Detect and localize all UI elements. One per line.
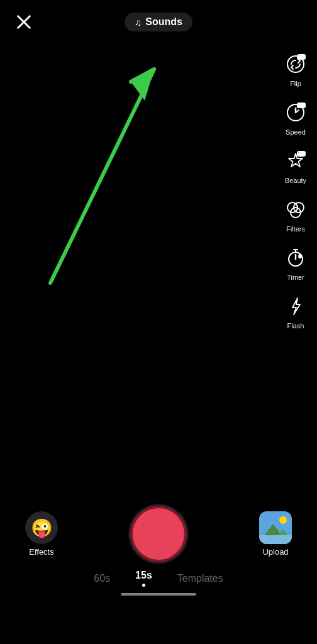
bottom-area: 😜 Effects (0, 499, 317, 644)
tab-templates-label: Templates (177, 573, 223, 584)
close-button[interactable] (13, 11, 35, 33)
speed-label: Speed (286, 128, 306, 136)
sounds-label: Sounds (145, 16, 182, 28)
flash-label: Flash (287, 322, 304, 330)
svg-line-0 (50, 69, 154, 283)
tab-templates[interactable]: Templates (177, 573, 223, 584)
speed-icon: OFF (282, 99, 309, 126)
effects-icon: 😜 (25, 511, 58, 544)
duration-tabs: 60s 15s Templates (0, 570, 317, 587)
filters-label: Filters (286, 225, 305, 233)
camera-controls-row: 😜 Effects (0, 506, 317, 562)
svg-text:OFF: OFF (298, 152, 304, 156)
music-icon: ♫ (135, 17, 142, 28)
svg-text:3: 3 (299, 254, 301, 258)
filters-icon (282, 196, 309, 223)
beauty-icon: OFF (282, 147, 309, 175)
tab-15s[interactable]: 15s (135, 570, 152, 587)
right-controls: OFF Flip OFF Speed OFF Beauty (282, 50, 309, 330)
beauty-label: Beauty (285, 177, 306, 184)
record-button[interactable] (130, 506, 187, 562)
svg-rect-24 (259, 511, 292, 544)
upload-button[interactable]: Upload (259, 511, 292, 557)
svg-text:OFF: OFF (298, 104, 304, 108)
tab-60s-label: 60s (94, 573, 110, 584)
tab-60s[interactable]: 60s (94, 573, 110, 584)
effects-button[interactable]: 😜 Effects (25, 511, 58, 557)
flip-control[interactable]: OFF Flip (282, 50, 309, 87)
flash-control[interactable]: Flash (282, 292, 309, 330)
home-indicator (121, 593, 196, 596)
tab-15s-label: 15s (135, 570, 152, 581)
effects-label: Effects (29, 547, 54, 557)
arrow-annotation (38, 38, 182, 302)
timer-icon: 3 (282, 244, 309, 272)
svg-text:OFF: OFF (298, 55, 304, 59)
flash-icon (282, 292, 309, 320)
top-bar: ♫ Sounds (0, 0, 317, 44)
upload-icon (259, 511, 292, 544)
speed-control[interactable]: OFF Speed (282, 99, 309, 136)
sounds-button[interactable]: ♫ Sounds (125, 13, 192, 31)
timer-control[interactable]: 3 Timer (282, 244, 309, 281)
active-tab-dot (142, 584, 145, 587)
flip-icon: OFF (282, 50, 309, 78)
record-inner (135, 511, 182, 557)
filters-control[interactable]: Filters (282, 196, 309, 233)
beauty-control[interactable]: OFF Beauty (282, 147, 309, 184)
upload-label: Upload (262, 547, 288, 557)
timer-label: Timer (287, 274, 304, 281)
flip-label: Flip (290, 80, 301, 87)
